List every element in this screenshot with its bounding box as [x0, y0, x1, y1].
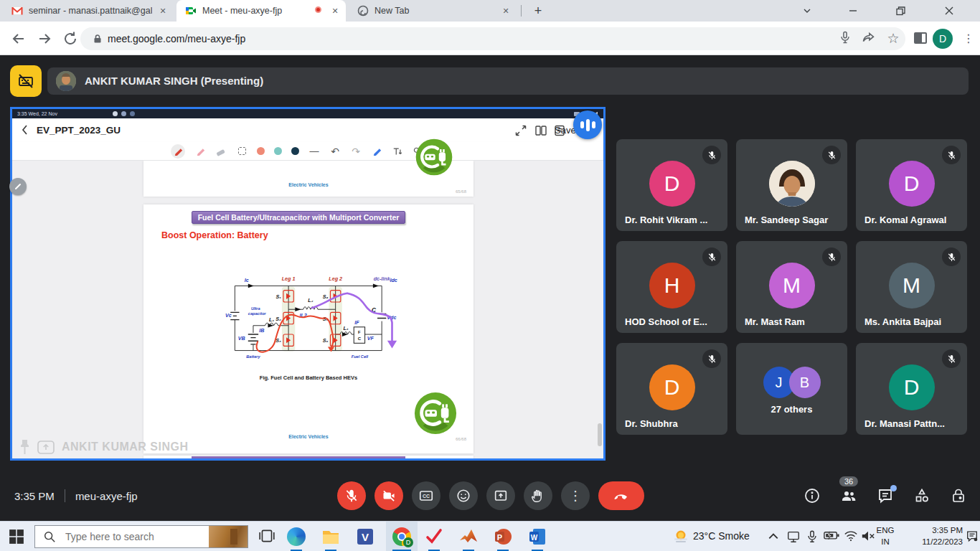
pin-icon[interactable] — [19, 439, 30, 455]
participant-grid: DDr. Rohit Vikram ...Mr. Sandeep SagarDD… — [616, 139, 967, 435]
raise-hand-button[interactable] — [524, 481, 552, 510]
doc-content[interactable]: Electric Vehicles 65/68 Fuel Cell Batter… — [12, 161, 603, 458]
participant-name: Dr. Rohit Vikram ... — [625, 215, 720, 225]
doc-scrollbar[interactable] — [598, 423, 602, 446]
side-handle[interactable] — [9, 178, 27, 195]
new-tab-button[interactable]: + — [528, 0, 548, 22]
minimize-button[interactable] — [841, 0, 865, 22]
edge-icon[interactable] — [287, 527, 306, 546]
doc-toolbar: EV_PPT_2023_GU Save — [12, 118, 603, 142]
color-coral-swatch[interactable] — [257, 147, 265, 155]
close-window-button[interactable] — [937, 0, 961, 22]
tab-meet[interactable]: Meet - meu-axye-fjp ✕ — [176, 0, 346, 22]
reactions-button[interactable] — [449, 481, 478, 510]
save-button[interactable]: Save — [555, 118, 576, 142]
end-call-button[interactable] — [598, 481, 644, 510]
participant-tile[interactable]: DDr. Rohit Vikram ... — [616, 139, 727, 231]
redo-icon[interactable]: ↷ — [350, 146, 362, 157]
visio-icon[interactable]: V — [356, 527, 374, 546]
ev-logo — [413, 391, 458, 435]
favorite-pen-icon[interactable] — [371, 146, 382, 157]
captions-button[interactable]: CC — [412, 481, 440, 510]
chat-icon[interactable] — [877, 487, 894, 504]
powerpoint-icon[interactable]: P — [494, 527, 512, 546]
tab-newtab[interactable]: New Tab ✕ — [349, 0, 517, 22]
pen-tool-icon[interactable] — [171, 144, 185, 159]
search-input[interactable] — [64, 526, 207, 547]
participant-tile[interactable]: MMs. Ankita Bajpai — [856, 241, 967, 333]
fullscreen-icon[interactable] — [514, 124, 527, 137]
cast-display-icon[interactable] — [786, 529, 801, 544]
slide-heading: Boost Operation: Battery — [161, 230, 268, 240]
text-tool-icon[interactable] — [392, 146, 403, 157]
mic-off-button[interactable] — [337, 481, 366, 510]
tab-close-icon[interactable]: ✕ — [158, 6, 168, 16]
matlab-icon[interactable] — [459, 527, 478, 546]
highlighter-tool-icon[interactable] — [194, 146, 206, 157]
color-navy-swatch[interactable] — [291, 147, 299, 155]
color-teal-swatch[interactable] — [274, 147, 282, 155]
meet-audio-float-button[interactable] — [573, 110, 602, 139]
line-tool-icon[interactable]: — — [308, 146, 320, 157]
activities-icon[interactable] — [913, 487, 930, 504]
shared-screen[interactable]: 3:35 Wed, 22 Nov EV_PPT_2023_GU — [10, 107, 606, 461]
participants-icon[interactable]: 36 — [840, 487, 857, 504]
task-view-icon[interactable] — [258, 527, 275, 545]
side-panel-icon[interactable] — [913, 30, 928, 47]
weather-text[interactable]: 23°C Smoke — [693, 530, 750, 542]
back-icon[interactable] — [10, 30, 27, 47]
tray-battery-icon[interactable] — [824, 530, 839, 543]
participant-tile[interactable]: DDr. Komal Agrawal — [856, 139, 967, 231]
presentation-warning-icon[interactable] — [10, 65, 42, 97]
browser-menu-icon[interactable]: ⋮ — [961, 29, 976, 49]
mic-muted-icon — [702, 248, 721, 266]
undo-icon[interactable]: ↶ — [329, 146, 341, 157]
avatar-photo — [769, 161, 815, 207]
profile-avatar[interactable]: D — [933, 29, 953, 49]
participant-tile[interactable]: DDr. Shubhra — [616, 343, 727, 435]
participant-tile[interactable]: Mr. Sandeep Sagar — [736, 139, 847, 231]
participant-tile[interactable]: MMr. Mast Ram — [736, 241, 847, 333]
svg-text:S₄: S₄ — [323, 294, 329, 300]
participant-tile[interactable]: HHOD School of E... — [616, 241, 727, 333]
action-center-icon[interactable] — [966, 529, 979, 544]
host-controls-icon[interactable] — [950, 487, 967, 504]
forward-icon[interactable] — [36, 30, 53, 47]
taskbar-search[interactable] — [34, 525, 248, 548]
checkmark-app-icon[interactable] — [425, 527, 443, 546]
bookmark-star-icon[interactable]: ☆ — [885, 30, 901, 47]
two-page-view-icon[interactable] — [534, 124, 547, 137]
tab-gmail[interactable]: seminar - manasi.pattnaik@galg ✕ — [3, 0, 174, 22]
chrome-active-slot[interactable]: D — [386, 522, 418, 551]
search-daily-image[interactable] — [209, 526, 248, 547]
tray-mic-icon[interactable] — [805, 529, 819, 544]
share-icon[interactable] — [861, 30, 877, 47]
tab-close-icon[interactable]: ✕ — [330, 6, 340, 16]
others-tile[interactable]: JB27 others — [736, 343, 847, 435]
tray-wifi-icon[interactable] — [844, 530, 858, 543]
start-button[interactable] — [9, 529, 24, 545]
restore-button[interactable] — [888, 0, 913, 22]
back-chevron-icon[interactable] — [19, 124, 31, 136]
meeting-details-icon[interactable] — [804, 487, 821, 504]
reload-icon[interactable] — [62, 30, 79, 47]
eraser-tool-icon[interactable] — [215, 146, 227, 157]
tab-close-icon[interactable]: ✕ — [501, 6, 511, 16]
divider — [65, 489, 65, 502]
language-indicator[interactable]: ENG IN — [872, 524, 898, 547]
url-text[interactable]: meet.google.com/meu-axye-fjp — [108, 27, 245, 50]
word-icon[interactable]: W — [528, 527, 547, 546]
present-button[interactable] — [486, 481, 515, 510]
weather-icon[interactable] — [673, 529, 689, 545]
pip-icon[interactable] — [37, 441, 55, 454]
svg-text:Ultra: Ultra — [251, 306, 260, 311]
tray-chevron-icon[interactable] — [768, 531, 779, 542]
mic-icon[interactable] — [838, 30, 852, 47]
select-tool-icon[interactable] — [236, 146, 248, 157]
tray-clock[interactable]: 3:35 PM 11/22/2023 — [903, 524, 963, 547]
more-options-button[interactable]: ⋮ — [561, 481, 590, 510]
file-explorer-icon[interactable] — [321, 527, 340, 546]
window-chevron-icon[interactable] — [795, 0, 819, 22]
participant-tile[interactable]: DDr. Manasi Pattn... — [856, 343, 967, 435]
camera-off-button[interactable] — [374, 481, 403, 510]
